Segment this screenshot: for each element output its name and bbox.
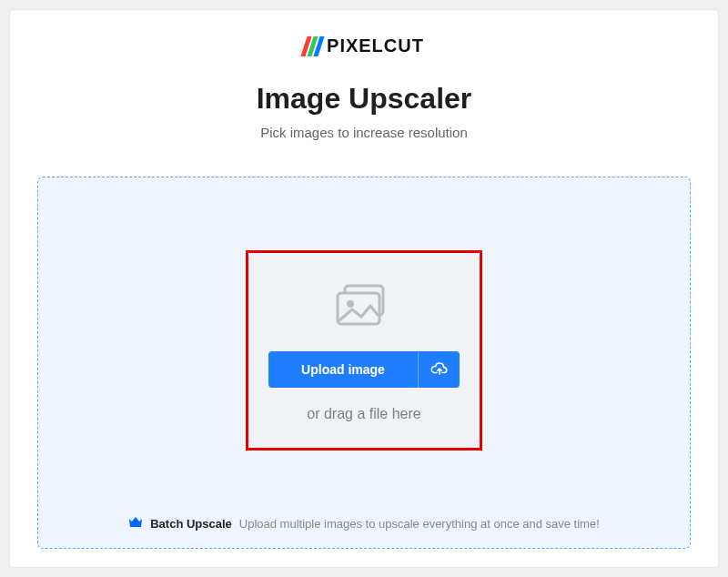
batch-description: Upload multiple images to upscale everyt… (239, 517, 600, 531)
svg-point-2 (347, 300, 354, 308)
app-card: PIXELCUT Image Upscaler Pick images to i… (9, 9, 719, 568)
page-subtitle: Pick images to increase resolution (37, 125, 691, 140)
crown-icon (128, 516, 143, 531)
brand-name: PIXELCUT (327, 35, 424, 56)
batch-upscale-link[interactable]: Batch Upscale Upload multiple images to … (128, 516, 600, 531)
upload-from-cloud-button[interactable] (418, 351, 460, 388)
cloud-upload-icon (430, 361, 449, 379)
images-icon (332, 284, 396, 335)
batch-label: Batch Upscale (150, 517, 232, 531)
page-title: Image Upscaler (37, 82, 691, 116)
logo-bars-icon (304, 36, 321, 56)
drag-hint: or drag a file here (307, 406, 420, 422)
upload-panel: Upload image or drag a file here (246, 250, 482, 450)
upload-button-row: Upload image (268, 351, 460, 388)
upload-dropzone[interactable]: Upload image or drag a file here (37, 177, 691, 549)
upload-image-button[interactable]: Upload image (268, 351, 418, 388)
brand-logo: PIXELCUT (37, 35, 691, 56)
